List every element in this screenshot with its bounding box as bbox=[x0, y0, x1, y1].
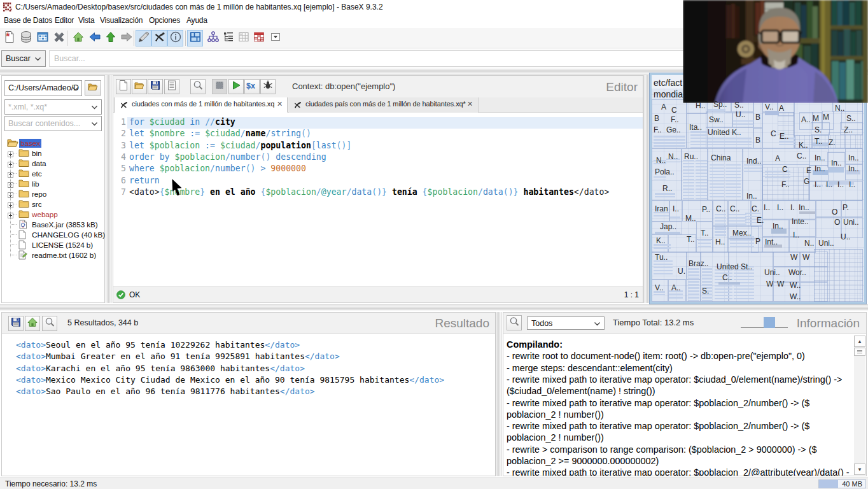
up-button[interactable] bbox=[102, 30, 118, 46]
external-vars-button[interactable]: $x bbox=[244, 79, 260, 94]
home-result-button[interactable] bbox=[25, 316, 40, 331]
stop-button[interactable] bbox=[212, 79, 227, 94]
map-cell-label: P.. bbox=[702, 205, 710, 214]
menu-visualizaci-n[interactable]: Visualización bbox=[100, 16, 143, 25]
horizontal-splitter-bottom[interactable] bbox=[0, 304, 868, 311]
new-database-button[interactable]: * bbox=[1, 30, 17, 46]
vertical-splitter-bottom[interactable] bbox=[496, 312, 502, 476]
tree-item-etc[interactable]: etc bbox=[2, 168, 105, 178]
packages-button[interactable] bbox=[260, 79, 276, 94]
back-button[interactable] bbox=[87, 30, 102, 46]
org-tree-icon bbox=[207, 31, 220, 46]
vertical-splitter-right[interactable] bbox=[643, 75, 650, 303]
memory-widget[interactable]: 40 MB bbox=[818, 479, 866, 488]
tree-item-repo[interactable]: repo bbox=[2, 188, 105, 199]
code-area[interactable]: 1for $ciudad in //city2let $nombre := $c… bbox=[113, 113, 643, 287]
find-button[interactable] bbox=[190, 79, 206, 94]
history-icon bbox=[166, 80, 178, 94]
tree-item-license[interactable]: LICENSE (1524 b) bbox=[2, 239, 105, 250]
code-token-tg: </dato> bbox=[574, 187, 610, 197]
find-result-button[interactable] bbox=[42, 316, 57, 331]
menu-ayuda[interactable]: Ayuda bbox=[186, 16, 207, 25]
chevron-down-icon bbox=[92, 106, 97, 110]
map-texture bbox=[702, 268, 712, 301]
code-token-tx: habitantes bbox=[519, 187, 574, 197]
map-cell-label: E bbox=[806, 166, 811, 175]
search-mode-combobox[interactable]: Buscar bbox=[1, 50, 46, 67]
menu-opciones[interactable]: Opciones bbox=[149, 16, 180, 25]
info-view-button[interactable] bbox=[167, 30, 183, 46]
forward-button[interactable] bbox=[118, 30, 134, 46]
open-database-button[interactable] bbox=[18, 30, 34, 46]
editor-panel: Context: db:open("ejemplo") Editor $x ci… bbox=[113, 75, 643, 303]
line-number: 4 bbox=[113, 152, 126, 162]
chevron-down-icon bbox=[92, 122, 97, 126]
tab-close-icon[interactable]: ✕ bbox=[467, 100, 473, 108]
map-cell-label: W bbox=[790, 253, 797, 262]
search-contents-combobox[interactable]: Buscar contenidos... bbox=[4, 116, 102, 131]
map-view-button[interactable] bbox=[187, 30, 203, 46]
code-token-fn: data bbox=[351, 187, 372, 197]
tree-item-basex.jar[interactable]: BaseX.jar (3853 kB) bbox=[2, 219, 105, 229]
scroll-thumb[interactable] bbox=[854, 348, 865, 356]
menu-base-de-datos[interactable]: Base de Datos bbox=[4, 16, 52, 25]
browse-folder-button[interactable] bbox=[85, 80, 101, 96]
xquery-file-icon bbox=[293, 101, 302, 110]
save-result-button[interactable] bbox=[8, 316, 24, 331]
tree-view-button[interactable] bbox=[205, 30, 221, 46]
save-file-button[interactable] bbox=[148, 79, 163, 94]
tab-close-icon[interactable]: ✕ bbox=[277, 100, 283, 108]
code-token-br: } bbox=[200, 187, 205, 197]
map-view-panel[interactable]: ACH..Sp..S..V..AN..BF..U..BA..MMS..F..Ge… bbox=[650, 73, 866, 304]
info-scrollbar[interactable]: ▲ ▼ bbox=[854, 336, 865, 475]
map-cell-label: F.. bbox=[671, 115, 679, 124]
code-token-vr: $ciudad bbox=[220, 141, 256, 150]
map-cell-label: U.. bbox=[736, 110, 745, 119]
table-view-button[interactable] bbox=[251, 30, 267, 46]
map-cell-label: Ru.. bbox=[684, 152, 698, 161]
tree-item-webapp[interactable]: webapp bbox=[2, 209, 105, 219]
menu-vista[interactable]: Vista bbox=[78, 16, 94, 25]
editor-tab-1[interactable]: ciudades con más de 1 millón de habitant… bbox=[115, 97, 288, 113]
open-file-button[interactable] bbox=[132, 79, 147, 94]
menu-editor[interactable]: Editor bbox=[55, 16, 74, 25]
map-cell-label: I.. bbox=[673, 204, 679, 213]
run-button[interactable] bbox=[228, 79, 244, 94]
scroll-down-button[interactable]: ▼ bbox=[854, 464, 865, 475]
file-filter-combobox[interactable]: *.xml, *.xq* bbox=[4, 99, 102, 115]
tree-item-readme.txt[interactable]: readme.txt (1602 b) bbox=[2, 250, 105, 260]
home-button[interactable] bbox=[70, 30, 86, 46]
path-combobox[interactable]: C:/Users/Amadeo/D bbox=[4, 80, 82, 96]
code-token-kw: > bbox=[256, 164, 271, 173]
mouse-cursor bbox=[172, 179, 183, 197]
scroll-up-button[interactable]: ▲ bbox=[854, 336, 865, 347]
tree-item-src[interactable]: src bbox=[2, 199, 105, 209]
map-cell-label: S. bbox=[815, 125, 822, 134]
xquery-view-button[interactable] bbox=[151, 30, 167, 46]
tree-item-data[interactable]: data bbox=[2, 158, 105, 168]
map-cell-label: Z. bbox=[829, 138, 836, 147]
map-cell-label: M bbox=[813, 114, 819, 123]
tree-item-changelog[interactable]: CHANGELOG (40 kB) bbox=[2, 229, 105, 239]
plot-view-button[interactable] bbox=[235, 30, 251, 46]
close-database-button[interactable] bbox=[51, 30, 67, 46]
new-file-button[interactable] bbox=[116, 79, 131, 94]
tree-item-lib[interactable]: lib bbox=[2, 178, 105, 188]
editor-view-button[interactable] bbox=[136, 30, 151, 46]
tree-item-bin[interactable]: bin bbox=[2, 148, 105, 158]
line-number: 7 bbox=[113, 187, 126, 197]
info-filter-combobox[interactable]: Todos bbox=[527, 316, 605, 330]
map-texture bbox=[654, 260, 673, 276]
history-button[interactable] bbox=[164, 79, 179, 94]
info-find-button[interactable] bbox=[507, 315, 522, 330]
folder-view-button[interactable] bbox=[220, 30, 236, 46]
vertical-splitter-left[interactable] bbox=[106, 75, 112, 303]
tree-item-basex[interactable]: basex bbox=[2, 138, 105, 148]
panels-dropdown-button[interactable] bbox=[267, 30, 283, 46]
editor-tab-2[interactable]: ciudades país con más de 1 millón de hab… bbox=[289, 97, 479, 113]
properties-button[interactable] bbox=[34, 30, 50, 46]
code-token-kw: return bbox=[129, 176, 160, 185]
folder-icon bbox=[18, 209, 29, 220]
magnifier-icon bbox=[192, 80, 204, 94]
map-texture bbox=[698, 239, 711, 248]
